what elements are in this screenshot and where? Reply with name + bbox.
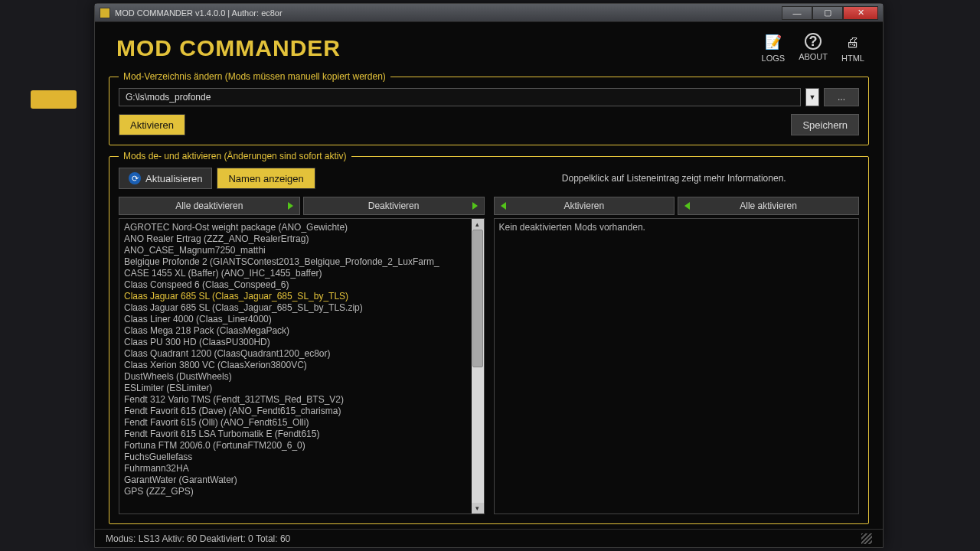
list-item[interactable]: CASE 1455 XL (Baffer) (ANO_IHC_1455_baff… bbox=[124, 268, 467, 279]
deactivate-all-button[interactable]: Alle deaktivieren bbox=[119, 197, 300, 215]
status-text: Modus: LS13 Aktiv: 60 Deaktiviert: 0 Tot… bbox=[106, 533, 290, 544]
list-item[interactable]: ANO_CASE_Magnum7250_matthi bbox=[124, 245, 467, 256]
html-icon: 🖨 bbox=[844, 33, 862, 51]
close-button[interactable]: ✕ bbox=[843, 6, 878, 20]
active-list-scrollbar[interactable]: ▴ ▾ bbox=[472, 219, 484, 514]
directory-group: Mod-Verzeichnis ändern (Mods müssen manu… bbox=[109, 77, 869, 145]
minimize-button[interactable]: — bbox=[782, 6, 812, 20]
background-accent bbox=[31, 90, 77, 109]
list-item[interactable]: GarantWater (GarantWater) bbox=[124, 474, 467, 486]
header-toolbar: 📝 LOGS ? ABOUT 🖨 HTML bbox=[762, 33, 864, 63]
titlebar-text: MOD COMMANDER v1.4.0.0 | Author: ec8or bbox=[115, 8, 782, 18]
about-button[interactable]: ? ABOUT bbox=[799, 33, 828, 63]
list-item[interactable]: Belgique Profonde 2 (GIANTSContest2013_B… bbox=[124, 256, 467, 268]
titlebar[interactable]: MOD COMMANDER v1.4.0.0 | Author: ec8or —… bbox=[95, 4, 883, 22]
logs-button[interactable]: 📝 LOGS bbox=[762, 33, 786, 63]
list-item[interactable]: Claas Liner 4000 (Claas_Liner4000) bbox=[124, 314, 467, 325]
maximize-button[interactable]: ▢ bbox=[812, 6, 843, 20]
list-item[interactable]: ANO Realer Ertrag (ZZZ_ANO_RealerErtrag) bbox=[124, 233, 467, 245]
inactive-empty-text: Kein deaktivierten Mods vorhanden. bbox=[499, 222, 854, 233]
save-dir-button[interactable]: Speichern bbox=[791, 114, 859, 135]
main-window: MOD COMMANDER v1.4.0.0 | Author: ec8or —… bbox=[94, 3, 884, 548]
inactive-mods-list[interactable]: Kein deaktivierten Mods vorhanden. bbox=[495, 219, 859, 514]
html-button[interactable]: 🖨 HTML bbox=[841, 33, 864, 63]
directory-dropdown[interactable]: ▼ bbox=[805, 88, 819, 106]
list-item[interactable]: Fortuna FTM 200/6.0 (FortunaFTM200_6_0) bbox=[124, 440, 467, 452]
html-label: HTML bbox=[841, 54, 864, 63]
brand-title: MOD COMMANDER bbox=[116, 35, 341, 61]
browse-button[interactable]: ... bbox=[824, 88, 859, 106]
deactivate-button[interactable]: Deaktivieren bbox=[303, 197, 485, 215]
list-item[interactable]: Claas Mega 218 Pack (ClaasMegaPack) bbox=[124, 325, 467, 337]
statusbar: Modus: LS13 Aktiv: 60 Deaktiviert: 0 Tot… bbox=[95, 529, 883, 547]
scroll-up-icon[interactable]: ▴ bbox=[472, 219, 484, 230]
refresh-button[interactable]: ⟳ Aktualisieren bbox=[119, 168, 212, 189]
mods-group: Mods de- und aktivieren (Änderungen sind… bbox=[109, 156, 869, 524]
active-mods-list[interactable]: AGROTEC Nord-Ost weight package (ANO_Gew… bbox=[119, 219, 472, 514]
list-item[interactable]: ESLimiter (ESLimiter) bbox=[124, 383, 467, 394]
header: MOD COMMANDER 📝 LOGS ? ABOUT 🖨 HTML bbox=[95, 22, 883, 72]
activate-dir-button[interactable]: Aktivieren bbox=[119, 114, 185, 135]
list-item[interactable]: Fuhrmann32HA bbox=[124, 463, 467, 474]
list-item[interactable]: Claas Jaguar 685 SL (Claas_Jaguar_685_SL… bbox=[124, 291, 467, 302]
list-item[interactable]: Claas Conspeed 6 (Claas_Conspeed_6) bbox=[124, 279, 467, 291]
logs-label: LOGS bbox=[762, 54, 786, 63]
mods-group-legend: Mods de- und aktivieren (Änderungen sind… bbox=[119, 151, 351, 161]
list-item[interactable]: Fendt Favorit 615 LSA Turbomatik E (Fend… bbox=[124, 429, 467, 440]
logs-icon: 📝 bbox=[764, 33, 782, 51]
inactive-pane: Aktivieren Alle aktivieren Kein deaktivi… bbox=[494, 197, 860, 514]
list-item[interactable]: DustWheels (DustWheels) bbox=[124, 371, 467, 383]
list-item[interactable]: Claas PU 300 HD (ClaasPU300HD) bbox=[124, 337, 467, 348]
list-item[interactable]: FuchsGuellefass bbox=[124, 452, 467, 463]
active-pane: Alle deaktivieren Deaktivieren AGROTEC N… bbox=[119, 197, 485, 514]
list-item[interactable]: GPS (ZZZ_GPS) bbox=[124, 486, 467, 497]
scroll-thumb[interactable] bbox=[472, 230, 483, 367]
list-item[interactable]: Fendt Favorit 615 (Dave) (ANO_Fendt615_c… bbox=[124, 406, 467, 417]
refresh-icon: ⟳ bbox=[129, 172, 141, 184]
list-item[interactable]: Claas Quadrant 1200 (ClaasQuadrant1200_e… bbox=[124, 348, 467, 360]
list-item[interactable]: Fendt 312 Vario TMS (Fendt_312TMS_Red_BT… bbox=[124, 394, 467, 406]
about-icon: ? bbox=[805, 33, 822, 50]
list-item[interactable]: AGROTEC Nord-Ost weight package (ANO_Gew… bbox=[124, 222, 467, 233]
activate-button[interactable]: Aktivieren bbox=[494, 197, 675, 215]
list-item[interactable]: Claas Xerion 3800 VC (ClaasXerion3800VC) bbox=[124, 360, 467, 371]
resize-grip[interactable] bbox=[861, 533, 872, 544]
about-label: ABOUT bbox=[799, 52, 828, 61]
app-icon bbox=[100, 8, 110, 18]
refresh-label: Aktualisieren bbox=[145, 173, 202, 184]
list-item[interactable]: Fendt Favorit 615 (Olli) (ANO_Fendt615_O… bbox=[124, 417, 467, 429]
directory-group-legend: Mod-Verzeichnis ändern (Mods müssen manu… bbox=[119, 71, 390, 82]
activate-all-button[interactable]: Alle aktivieren bbox=[678, 197, 859, 215]
scroll-down-icon[interactable]: ▾ bbox=[472, 503, 484, 514]
double-click-hint: Doppelklick auf Listeneintrag zeigt mehr… bbox=[489, 173, 860, 184]
directory-input[interactable] bbox=[119, 88, 801, 106]
list-item[interactable]: Claas Jaguar 685 SL (Claas_Jaguar_685_SL… bbox=[124, 302, 467, 314]
show-names-button[interactable]: Namen anzeigen bbox=[217, 168, 315, 189]
